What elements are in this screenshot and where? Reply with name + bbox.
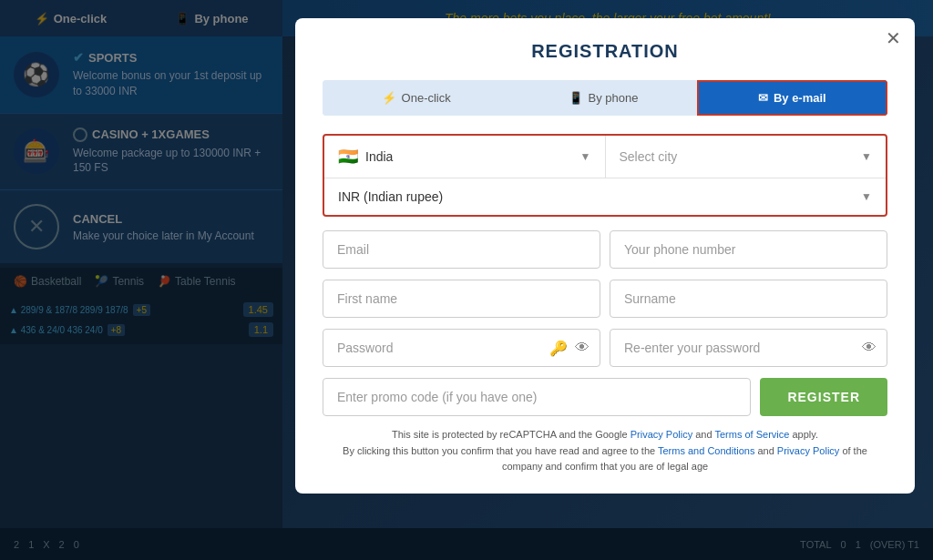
- email-tab-icon: ✉: [758, 91, 768, 105]
- action-row: REGISTER: [323, 378, 887, 416]
- registration-tabs: ⚡ One-click 📱 By phone ✉ By e-mail: [323, 80, 887, 116]
- country-value: India: [365, 149, 393, 164]
- registration-modal: ✕ REGISTRATION ⚡ One-click 📱 By phone ✉ …: [295, 18, 915, 494]
- modal-title: REGISTRATION: [323, 41, 887, 62]
- key-icon: 🔑: [549, 340, 568, 357]
- repassword-input[interactable]: [610, 329, 887, 367]
- firstname-field-wrapper: [323, 280, 600, 318]
- country-city-row: 🇮🇳 India ▼ Select city ▼: [324, 136, 886, 178]
- register-button[interactable]: REGISTER: [760, 378, 887, 416]
- privacy-policy-link-1[interactable]: Privacy Policy: [631, 429, 692, 440]
- tab-one-click[interactable]: ⚡ One-click: [323, 80, 509, 116]
- email-phone-row: [323, 230, 887, 269]
- city-dropdown[interactable]: Select city ▼: [606, 138, 887, 175]
- repassword-icons: 👁: [862, 340, 877, 356]
- city-placeholder: Select city: [620, 149, 678, 164]
- country-currency-box: 🇮🇳 India ▼ Select city ▼ INR (Indian rup…: [323, 134, 887, 217]
- close-button[interactable]: ✕: [886, 29, 901, 47]
- firstname-input[interactable]: [323, 280, 600, 318]
- country-dropdown[interactable]: 🇮🇳 India ▼: [324, 136, 606, 178]
- tab-by-email[interactable]: ✉ By e-mail: [697, 80, 887, 116]
- currency-value: INR (Indian rupee): [338, 189, 443, 204]
- password-icons: 🔑 👁: [549, 340, 590, 357]
- phone-input[interactable]: [610, 230, 887, 269]
- country-chevron-icon: ▼: [580, 150, 591, 163]
- footer-line2: By clicking this button you confirm that…: [323, 443, 887, 475]
- terms-conditions-link[interactable]: Terms and Conditions: [658, 445, 754, 456]
- phone-field-wrapper: [610, 230, 887, 269]
- currency-row: INR (Indian rupee) ▼: [324, 178, 886, 215]
- password-field-wrapper: 🔑 👁: [323, 329, 600, 367]
- currency-dropdown[interactable]: INR (Indian rupee) ▼: [324, 178, 886, 215]
- email-input[interactable]: [323, 230, 600, 269]
- privacy-policy-link-2[interactable]: Privacy Policy: [777, 445, 839, 456]
- phone-tab-icon: 📱: [569, 91, 583, 105]
- terms-of-service-link[interactable]: Terms of Service: [714, 429, 789, 440]
- eye-repassword-icon[interactable]: 👁: [862, 340, 877, 356]
- footer-line1: This site is protected by reCAPTCHA and …: [323, 427, 887, 443]
- surname-input[interactable]: [610, 280, 887, 318]
- modal-overlay: ✕ REGISTRATION ⚡ One-click 📱 By phone ✉ …: [0, 0, 933, 560]
- password-row: 🔑 👁 👁: [323, 329, 887, 367]
- lightning-tab-icon: ⚡: [382, 91, 396, 105]
- email-field-wrapper: [323, 230, 600, 269]
- promo-input[interactable]: [323, 378, 751, 416]
- tab-by-phone[interactable]: 📱 By phone: [509, 80, 696, 116]
- india-flag-icon: 🇮🇳: [338, 147, 358, 167]
- name-row: [323, 280, 887, 318]
- eye-icon[interactable]: 👁: [575, 340, 590, 357]
- currency-chevron-icon: ▼: [861, 190, 872, 203]
- surname-field-wrapper: [610, 280, 887, 318]
- footer-text: This site is protected by reCAPTCHA and …: [323, 427, 887, 475]
- city-chevron-icon: ▼: [861, 150, 872, 163]
- repassword-field-wrapper: 👁: [610, 329, 887, 367]
